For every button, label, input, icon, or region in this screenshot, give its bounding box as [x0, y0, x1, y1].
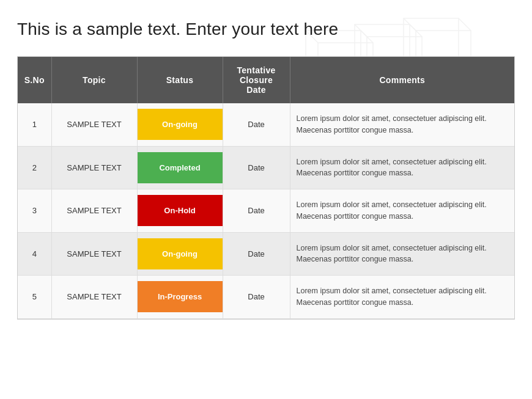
- cell-topic: SAMPLE TEXT: [51, 232, 137, 276]
- cell-status: In-Progress: [137, 276, 223, 319]
- cell-comments: Lorem ipsum dolor sit amet, consectetuer…: [290, 276, 514, 319]
- main-table: S.No Topic Status Tentative Closure Date…: [17, 56, 515, 320]
- cell-status: Completed: [137, 146, 223, 189]
- page-title: This is a sample text. Enter your text h…: [17, 20, 515, 39]
- cell-sno: 2: [18, 146, 51, 189]
- header-comments: Comments: [290, 57, 514, 103]
- cell-date: Date: [223, 232, 290, 276]
- table-row: 4 SAMPLE TEXT On-going Date Lorem ipsum …: [18, 232, 514, 276]
- cell-sno: 3: [18, 189, 51, 233]
- cell-status: On-Hold: [137, 189, 223, 233]
- table-row: 1 SAMPLE TEXT On-going Date Lorem ipsum …: [18, 103, 514, 146]
- cell-date: Date: [223, 103, 290, 146]
- cell-sno: 5: [18, 276, 51, 319]
- status-badge: On-going: [138, 109, 223, 140]
- header-status: Status: [137, 57, 223, 103]
- status-badge: In-Progress: [138, 281, 223, 312]
- cell-comments: Lorem ipsum dolor sit amet, consectetuer…: [290, 103, 514, 146]
- cell-topic: SAMPLE TEXT: [51, 146, 137, 189]
- cell-status: On-going: [137, 103, 223, 146]
- cell-sno: 4: [18, 232, 51, 276]
- cell-date: Date: [223, 276, 290, 319]
- status-badge: On-Hold: [138, 195, 223, 226]
- cell-topic: SAMPLE TEXT: [51, 189, 137, 233]
- table-row: 3 SAMPLE TEXT On-Hold Date Lorem ipsum d…: [18, 189, 514, 233]
- cell-comments: Lorem ipsum dolor sit amet, consectetuer…: [290, 146, 514, 189]
- header-date: Tentative Closure Date: [223, 57, 290, 103]
- status-badge: Completed: [138, 152, 223, 183]
- status-badge: On-going: [138, 238, 223, 269]
- cell-sno: 1: [18, 103, 51, 146]
- cell-status: On-going: [137, 232, 223, 276]
- cell-comments: Lorem ipsum dolor sit amet, consectetuer…: [290, 232, 514, 276]
- table-row: 5 SAMPLE TEXT In-Progress Date Lorem ips…: [18, 276, 514, 319]
- header-sno: S.No: [18, 57, 51, 103]
- table-row: 2 SAMPLE TEXT Completed Date Lorem ipsum…: [18, 146, 514, 189]
- cell-topic: SAMPLE TEXT: [51, 103, 137, 146]
- cell-date: Date: [223, 146, 290, 189]
- cell-topic: SAMPLE TEXT: [51, 276, 137, 319]
- cell-comments: Lorem ipsum dolor sit amet, consectetuer…: [290, 189, 514, 233]
- cell-date: Date: [223, 189, 290, 233]
- table-header-row: S.No Topic Status Tentative Closure Date…: [18, 57, 514, 103]
- header-topic: Topic: [51, 57, 137, 103]
